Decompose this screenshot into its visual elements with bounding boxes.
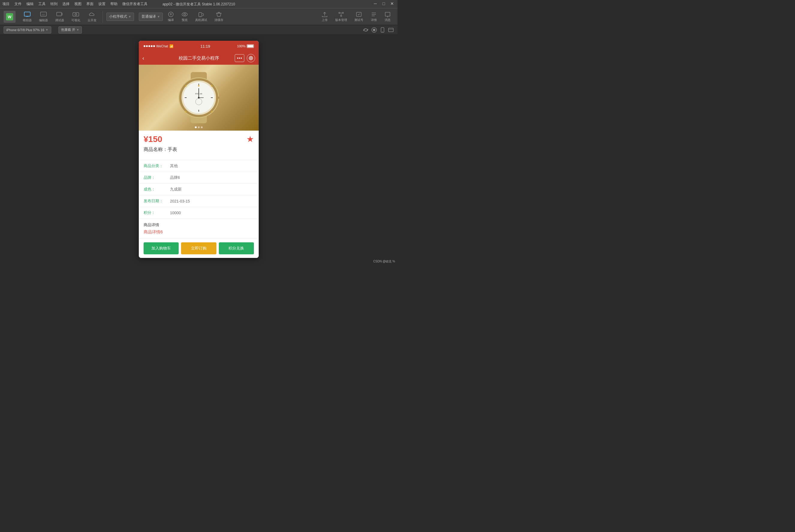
brand-value: 品牌6 [170,175,254,180]
points-value: 10000 [170,211,254,215]
image-indicator [195,127,203,128]
cloud-icon [88,11,96,18]
record-icon[interactable] [371,27,377,33]
menu-item-select[interactable]: 选择 [62,1,70,6]
simulator-icon [23,11,32,18]
clean-cache-icon [216,12,222,17]
mobile-icon[interactable] [380,27,386,33]
product-price: ¥150 [144,134,162,144]
compile-button[interactable]: 编译 [165,10,177,23]
svg-point-19 [339,12,340,14]
message-btn-label: 消息 [385,18,391,22]
order-now-button[interactable]: 立即订购 [181,242,216,254]
product-info: ¥150 ★ 商品名称：手表 [139,131,259,160]
close-button[interactable]: ✕ [389,1,395,6]
menu-item-edit[interactable]: 编辑 [26,1,34,6]
desc-title: 商品详情 [144,222,254,228]
clean-cache-button[interactable]: 清缓存 [212,10,226,23]
preview-icon [181,12,188,17]
detail-row-condition: 成色： 九成新 [139,184,259,195]
points-exchange-button[interactable]: 积分兑换 [219,242,254,254]
carrier-label: WeChat [156,44,168,48]
svg-text:W: W [8,15,12,19]
refresh-icon[interactable] [363,27,369,33]
preview-button[interactable]: 预览 [179,10,190,23]
detail-row-category: 商品分类： 其他 [139,160,259,172]
visualize-label: 可视化 [71,18,80,22]
hot-reload-toggle[interactable]: 热重载 开 ▼ [58,26,82,34]
svg-text:</>: </> [42,13,45,16]
favorite-button[interactable]: ★ [246,134,254,144]
compile-dropdown[interactable]: 普通编译 ▼ [139,13,163,21]
remote-debug-btn-label: 真机调试 [195,18,207,22]
detail-button[interactable]: 详情 [368,10,380,23]
more-dot-1 [237,58,238,59]
upload-button[interactable]: 上传 [318,10,331,23]
product-name: 商品名称：手表 [144,147,254,153]
upload-icon [321,12,328,17]
watermark: CSDN @链流 % [373,260,395,264]
menu-item-help[interactable]: 帮助 [110,1,117,6]
toolbar-sep-1 [103,11,103,23]
clean-cache-btn-label: 清缓存 [214,18,223,22]
svg-rect-57 [217,96,219,98]
main-area: WeChat 📶 11:19 100% ‹ 校园二手交易小程序 [0,35,398,266]
toolbar: W 模拟器 </> 编辑器 [0,8,398,25]
price-row: ¥150 ★ [144,134,254,144]
editor-label: 编辑器 [39,18,48,22]
message-button[interactable]: 消息 [381,10,394,23]
watch-illustration: ENICAR [172,71,226,125]
back-button[interactable]: ‹ [142,55,151,61]
remote-debug-icon [198,12,204,17]
add-to-cart-button[interactable]: 加入购物车 [144,242,179,254]
status-time: 11:19 [200,44,210,49]
compile-dropdown-arrow: ▼ [157,15,160,18]
nav-target-button[interactable] [247,54,255,62]
svg-rect-3 [26,16,29,17]
more-dot-3 [241,58,242,59]
version-btn-label: 版本管理 [335,18,347,22]
menu-item-view[interactable]: 视图 [74,1,81,6]
device-selector[interactable]: iPhone 6/7/8 Plus 97% 16 ▼ [4,26,51,34]
remote-debug-button[interactable]: 真机调试 [193,10,209,23]
menu-item-goto[interactable]: 转到 [50,1,58,6]
visualize-icon [72,11,80,18]
menu-item-interface[interactable]: 界面 [86,1,94,6]
simulator-toggle[interactable]: 模拟器 [20,10,34,24]
test-number-button[interactable]: 测试号 [351,10,366,23]
svg-point-31 [382,32,383,32]
editor-toggle[interactable]: </> 编辑器 [37,10,50,24]
condition-value: 九成新 [170,187,254,192]
nav-title: 校园二手交易小程序 [179,55,219,61]
screenshot-icon[interactable] [388,27,394,33]
cloud-toggle[interactable]: 云开发 [85,10,99,24]
status-left: WeChat 📶 [144,44,173,48]
category-label: 商品分类： [144,163,168,169]
visualize-toggle[interactable]: 可视化 [69,10,83,24]
menu-item-settings[interactable]: 设置 [98,1,106,6]
nav-more-button[interactable] [235,54,244,62]
signal-dot-1 [144,45,145,47]
debugger-toggle[interactable]: 调试器 [53,10,67,24]
action-buttons: 加入购物车 立即订购 积分兑换 [139,239,259,258]
phone-frame: WeChat 📶 11:19 100% ‹ 校园二手交易小程序 [139,41,259,258]
hot-reload-arrow: ▼ [76,28,79,32]
detail-btn-label: 详情 [371,18,377,22]
menu-item-project[interactable]: 项目 [2,1,10,6]
nav-right-buttons [235,54,255,62]
menu-item-file[interactable]: 文件 [14,1,22,6]
window-controls: ─ □ ✕ [372,1,395,6]
phone-nav-bar: ‹ 校园二手交易小程序 [139,52,259,65]
mode-dropdown[interactable]: 小程序模式 ▼ [107,13,134,21]
svg-point-29 [373,29,375,31]
maximize-button[interactable]: □ [381,1,387,6]
version-mgmt-button[interactable]: 版本管理 [332,10,350,23]
more-dot-2 [239,58,240,59]
toolbar-right: 上传 版本管理 测试号 详情 [318,10,394,23]
menu-item-tools[interactable]: 工具 [38,1,45,6]
menu-item-wechat-devtools[interactable]: 微信开发者工具 [122,1,147,6]
minimize-button[interactable]: ─ [372,1,378,6]
compile-icon [168,12,174,17]
detail-icon [371,12,377,17]
signal-dot-5 [153,45,155,47]
